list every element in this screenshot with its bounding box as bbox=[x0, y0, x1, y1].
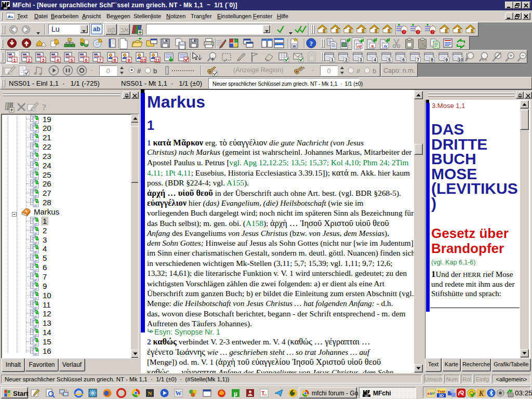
svg-text:Y: Y bbox=[432, 391, 435, 396]
svg-text:9: 9 bbox=[445, 57, 448, 62]
svg-text:7: 7 bbox=[99, 58, 101, 63]
svg-text:K: K bbox=[478, 390, 485, 397]
svg-text:2: 2 bbox=[28, 58, 30, 63]
svg-text:5: 5 bbox=[388, 57, 391, 62]
svg-text:1: 1 bbox=[13, 58, 16, 63]
svg-text:9: 9 bbox=[127, 58, 130, 63]
svg-text:3D: 3D bbox=[439, 393, 444, 397]
svg-text:w: w bbox=[292, 44, 296, 48]
svg-text:w: w bbox=[383, 44, 388, 48]
svg-text:?: ? bbox=[403, 30, 405, 34]
svg-text:W: W bbox=[175, 390, 181, 397]
svg-text:6: 6 bbox=[85, 58, 87, 63]
svg-text:T..: T.. bbox=[261, 390, 267, 396]
svg-text:5: 5 bbox=[70, 58, 73, 63]
svg-text:10: 10 bbox=[141, 58, 146, 63]
svg-text:2: 2 bbox=[345, 57, 348, 62]
svg-text:1: 1 bbox=[331, 57, 334, 62]
svg-text:7: 7 bbox=[417, 57, 419, 62]
svg-text:?: ? bbox=[310, 39, 313, 47]
svg-text:MF: MF bbox=[4, 7, 8, 9]
svg-text:4: 4 bbox=[56, 58, 59, 63]
svg-text:8: 8 bbox=[431, 57, 433, 62]
svg-text:6: 6 bbox=[402, 57, 405, 62]
svg-text:rtf: rtf bbox=[357, 44, 362, 49]
svg-text:4: 4 bbox=[374, 57, 376, 62]
svg-text:10: 10 bbox=[458, 57, 463, 62]
svg-text:11: 11 bbox=[155, 58, 160, 63]
svg-text:MF: MF bbox=[365, 394, 369, 397]
svg-text:?: ? bbox=[417, 30, 419, 34]
svg-text:a: a bbox=[371, 44, 374, 48]
svg-text:3: 3 bbox=[42, 58, 44, 63]
svg-text:N: N bbox=[148, 390, 152, 396]
svg-text:3: 3 bbox=[360, 57, 362, 62]
svg-text:µ: µ bbox=[234, 390, 237, 397]
svg-text:?: ? bbox=[432, 30, 434, 34]
svg-text:8: 8 bbox=[113, 58, 116, 63]
svg-text:?: ? bbox=[42, 103, 46, 112]
